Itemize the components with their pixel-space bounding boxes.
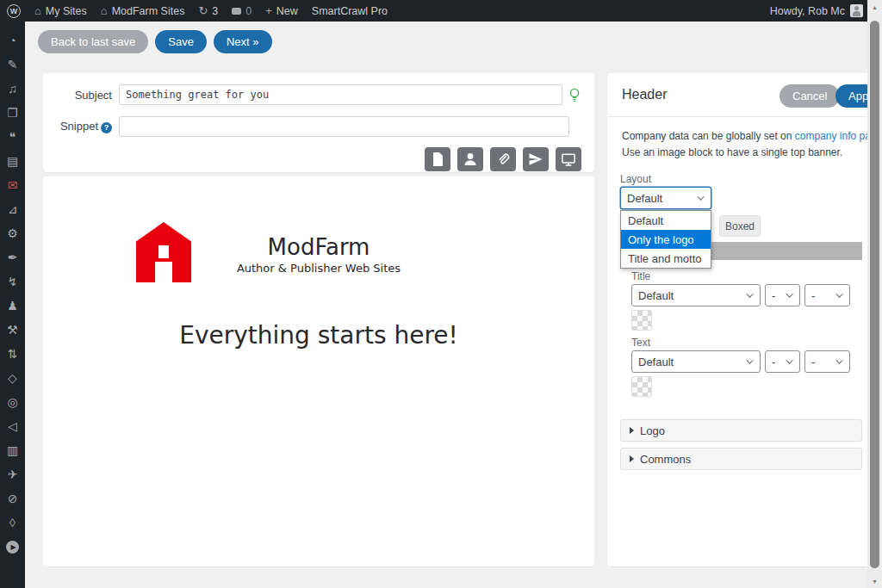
panel-header: Header Cancel Apply [607,73,867,116]
snippet-label-text: Snippet [60,120,98,133]
hexagon-chart-icon[interactable]: ◇ [0,366,25,390]
text-size-select[interactable]: - [765,350,800,373]
subject-input[interactable] [119,84,562,105]
megaphone-icon[interactable]: ◁ [0,414,25,438]
my-sites-menu[interactable]: ⌂ My Sites [28,0,94,22]
layout-select[interactable]: Default [620,187,711,209]
tag-icon[interactable]: ◊ [0,511,25,535]
plugins-icon[interactable]: ↯ [0,269,25,294]
users-icon[interactable]: ♟ [0,294,25,318]
new-content-menu[interactable]: + New [258,0,305,22]
help-icon[interactable]: ? [101,122,112,133]
recipient-button[interactable] [457,147,483,171]
hummingbird-icon[interactable]: ✈ [0,462,25,486]
scrollbar-thumb[interactable] [870,21,879,568]
title-color-swatch[interactable] [631,310,652,331]
monitor-icon [561,152,576,167]
scroll-down-icon[interactable]: ▼ [867,579,882,585]
preview-button[interactable] [556,147,581,171]
mail-icon[interactable]: ✉ [0,173,25,197]
subject-label: Subject [57,89,112,102]
save-button[interactable]: Save [155,30,207,53]
text-weight-value: - [811,356,815,368]
smartcrawl-label: SmartCrawl Pro [312,5,388,17]
next-button[interactable]: Next » [214,30,272,53]
updates-icon: ↻ [198,5,208,16]
text-weight-select[interactable]: - [804,350,850,373]
chevron-down-icon [835,356,842,363]
main-content: Back to last save Save Next » Subject Sn… [25,22,867,588]
text-color-swatch[interactable] [631,376,652,397]
pin-icon[interactable]: ✒ [0,245,25,269]
logo-accordion[interactable]: Logo [620,419,862,442]
text-font-value: Default [638,356,674,368]
my-sites-icon: ⌂ [34,5,41,16]
smush-icon[interactable]: ⊘ [0,486,25,511]
layout-dropdown-list: Default Only the logo Title and motto [620,210,711,269]
layout-select-value: Default [627,192,662,205]
triangle-right-icon [630,455,634,462]
wp-logo-menu[interactable]: W [0,0,28,22]
chevron-down-icon [746,356,753,363]
analytics-icon[interactable]: ⊿ [0,197,25,221]
smartcrawl-menu[interactable]: SmartCrawl Pro [305,0,394,22]
text-font-select[interactable]: Default [631,350,761,373]
updates-count: 3 [212,5,218,17]
settings-sliders-icon[interactable]: ⇅ [0,342,25,366]
company-info-panel-link[interactable]: company info panel [795,130,867,142]
comments-icon[interactable]: ❝ [0,125,25,149]
comments-menu[interactable]: 0 [225,0,258,22]
header-block[interactable]: ModFarm Author & Publisher Web Sites [43,222,594,275]
logo-window [158,245,169,258]
brand-tagline: Author & Publisher Web Sites [43,262,594,275]
avatar [850,4,863,17]
updates-menu[interactable]: ↻ 3 [191,0,225,22]
logo-accordion-label: Logo [640,424,665,437]
panel-title: Header [622,87,667,102]
title-weight-select[interactable]: - [804,284,850,306]
snippet-input[interactable] [119,116,569,137]
commons-accordion[interactable]: Commons [620,448,862,470]
scroll-up-icon[interactable]: ▲ [867,4,882,10]
layout-option-only-the-logo[interactable]: Only the logo [621,230,711,249]
paperclip-icon [495,152,511,167]
layout-option-default[interactable]: Default [621,211,711,230]
book-icon[interactable]: ▤ [0,149,25,173]
posts-pin-icon[interactable]: ✎ [0,53,25,77]
triangle-right-icon [630,427,634,434]
attachment-button[interactable] [490,147,516,171]
back-to-last-save-button[interactable]: Back to last save [38,30,148,53]
file-button[interactable] [425,147,450,171]
page-scrollbar[interactable]: ▲ ▼ [867,0,882,588]
tools-icon[interactable]: ⚒ [0,318,25,342]
title-weight-value: - [811,289,815,302]
boxed-button[interactable]: Boxed [719,215,761,237]
logo-door [155,262,172,282]
title-font-select[interactable]: Default [631,284,761,306]
play-circle-icon[interactable]: ▶ [0,535,25,559]
layout-option-title-and-motto[interactable]: Title and motto [621,249,711,268]
pages-icon[interactable]: ❐ [0,101,25,125]
media-icon[interactable]: ♫ [0,77,25,101]
dashboard-icon[interactable]: ◔ [0,28,25,53]
file-icon [431,152,444,167]
site-name-label: ModFarm Sites [112,5,185,17]
send-test-button[interactable] [523,147,549,171]
gear-icon[interactable]: ⚙ [0,221,25,245]
compose-actions [43,147,594,171]
panel-description: Company data can be globally set on comp… [607,117,867,161]
title-size-value: - [772,289,775,302]
clipboard-icon[interactable]: ▥ [0,438,25,462]
title-size-select[interactable]: - [765,284,800,306]
account-menu[interactable]: Howdy, Rob Mc [770,4,882,17]
layout-label: Layout [620,173,651,185]
sonar-icon[interactable]: ◎ [0,390,25,414]
headline-block[interactable]: Everything starts here! [43,321,594,350]
site-menu[interactable]: ⌂ ModFarm Sites [94,0,192,22]
admin-bar: W ⌂ My Sites ⌂ ModFarm Sites ↻ 3 0 + New… [0,0,882,22]
lightbulb-icon[interactable] [568,88,581,102]
apply-button[interactable]: Apply [835,84,867,108]
cancel-button[interactable]: Cancel [780,84,840,108]
chevron-down-icon [786,290,792,297]
my-sites-label: My Sites [46,5,87,17]
